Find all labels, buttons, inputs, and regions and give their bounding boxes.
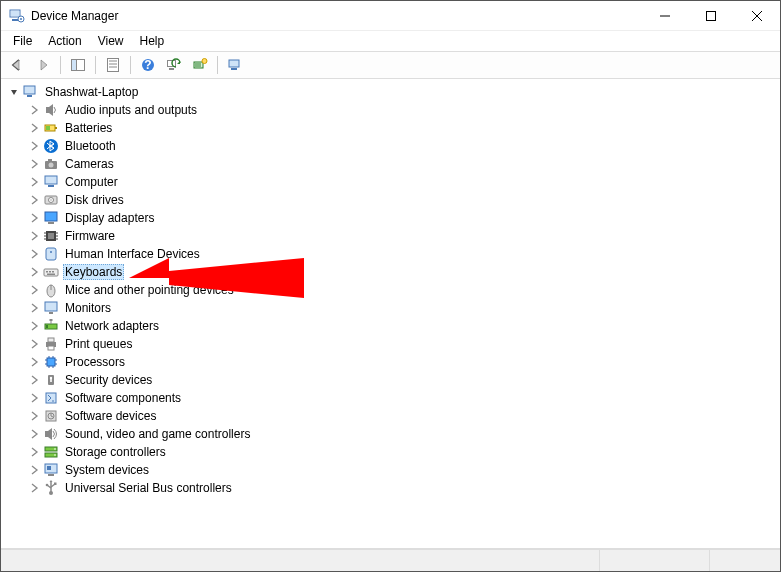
- chevron-right-icon[interactable]: [27, 409, 41, 423]
- tree-category-label[interactable]: Universal Serial Bus controllers: [63, 481, 234, 495]
- cpu-icon: [43, 354, 59, 370]
- tree-category-label[interactable]: Disk drives: [63, 193, 126, 207]
- minimize-button[interactable]: [642, 1, 688, 30]
- tree-category-label[interactable]: Cameras: [63, 157, 116, 171]
- tree-category-label[interactable]: Security devices: [63, 373, 154, 387]
- chevron-right-icon[interactable]: [27, 463, 41, 477]
- tree-category-label[interactable]: System devices: [63, 463, 151, 477]
- close-button[interactable]: [734, 1, 780, 30]
- chevron-right-icon[interactable]: [27, 301, 41, 315]
- tree-category-node[interactable]: Disk drives: [23, 191, 778, 209]
- chevron-right-icon[interactable]: [27, 481, 41, 495]
- tree-category-label[interactable]: Monitors: [63, 301, 113, 315]
- tree-category-node[interactable]: Display adapters: [23, 209, 778, 227]
- maximize-button[interactable]: [688, 1, 734, 30]
- chevron-right-icon[interactable]: [27, 265, 41, 279]
- tree-category-label[interactable]: Batteries: [63, 121, 114, 135]
- tree-category-label[interactable]: Audio inputs and outputs: [63, 103, 199, 117]
- device-tree[interactable]: Shashwat-Laptop Audio inputs and outputs…: [1, 79, 780, 549]
- tree-category-node[interactable]: Storage controllers: [23, 443, 778, 461]
- tree-category-node[interactable]: Security devices: [23, 371, 778, 389]
- tree-category-label[interactable]: Network adapters: [63, 319, 161, 333]
- computer-root-icon: [23, 84, 39, 100]
- chevron-right-icon[interactable]: [27, 175, 41, 189]
- tree-category-node[interactable]: Bluetooth: [23, 137, 778, 155]
- tree-category-node[interactable]: Print queues: [23, 335, 778, 353]
- tree-category-node[interactable]: Network adapters: [23, 317, 778, 335]
- tree-category-label[interactable]: Mice and other pointing devices: [63, 283, 236, 297]
- add-legacy-hardware-button[interactable]: [188, 53, 212, 77]
- svg-rect-26: [27, 95, 32, 97]
- tree-category-label[interactable]: Sound, video and game controllers: [63, 427, 252, 441]
- tree-category-label[interactable]: Storage controllers: [63, 445, 168, 459]
- help-button[interactable]: ?: [136, 53, 160, 77]
- svg-rect-68: [47, 358, 55, 366]
- menu-view[interactable]: View: [90, 32, 132, 50]
- tree-category-label[interactable]: Computer: [63, 175, 120, 189]
- tree-category-node[interactable]: Mice and other pointing devices: [23, 281, 778, 299]
- back-button[interactable]: [5, 53, 29, 77]
- tree-category-node[interactable]: Monitors: [23, 299, 778, 317]
- menu-file[interactable]: File: [5, 32, 40, 50]
- chevron-right-icon[interactable]: [27, 319, 41, 333]
- tree-category-label[interactable]: Software components: [63, 391, 183, 405]
- tree-category-label[interactable]: Print queues: [63, 337, 134, 351]
- tree-category-node[interactable]: Sound, video and game controllers: [23, 425, 778, 443]
- menu-action[interactable]: Action: [40, 32, 89, 50]
- chevron-right-icon[interactable]: [27, 211, 41, 225]
- svg-point-33: [49, 163, 54, 168]
- chevron-right-icon[interactable]: [27, 355, 41, 369]
- tree-root-node[interactable]: Shashwat-Laptop: [3, 83, 778, 101]
- chevron-right-icon[interactable]: [27, 337, 41, 351]
- tree-category-node[interactable]: System devices: [23, 461, 778, 479]
- tree-category-label[interactable]: Display adapters: [63, 211, 156, 225]
- chevron-right-icon[interactable]: [27, 193, 41, 207]
- display-icon: [43, 210, 59, 226]
- svg-rect-10: [72, 60, 77, 71]
- svg-rect-66: [48, 338, 54, 342]
- properties-button[interactable]: [101, 53, 125, 77]
- chevron-right-icon[interactable]: [27, 121, 41, 135]
- tree-category-node[interactable]: Processors: [23, 353, 778, 371]
- tree-category-node[interactable]: Firmware: [23, 227, 778, 245]
- tree-category-node[interactable]: Cameras: [23, 155, 778, 173]
- tree-category-label[interactable]: Keyboards: [63, 264, 124, 280]
- disk-icon: [43, 192, 59, 208]
- toolbar: ?: [1, 51, 780, 79]
- tree-category-label[interactable]: Bluetooth: [63, 139, 118, 153]
- tree-category-node[interactable]: Universal Serial Bus controllers: [23, 479, 778, 497]
- tree-category-label[interactable]: Human Interface Devices: [63, 247, 202, 261]
- chevron-right-icon[interactable]: [27, 229, 41, 243]
- tree-category-node[interactable]: Software components: [23, 389, 778, 407]
- show-hide-console-tree-button[interactable]: [66, 53, 90, 77]
- toolbar-separator: [60, 56, 61, 74]
- mouse-icon: [43, 282, 59, 298]
- tree-category-node[interactable]: Software devices: [23, 407, 778, 425]
- chevron-right-icon[interactable]: [27, 103, 41, 117]
- devices-by-type-button[interactable]: [223, 53, 247, 77]
- svg-rect-40: [45, 212, 57, 221]
- tree-root-label[interactable]: Shashwat-Laptop: [43, 85, 140, 99]
- chevron-right-icon[interactable]: [27, 391, 41, 405]
- chevron-down-icon[interactable]: [7, 85, 21, 99]
- chevron-right-icon[interactable]: [27, 427, 41, 441]
- tree-category-node[interactable]: Batteries: [23, 119, 778, 137]
- tree-category-node[interactable]: Keyboards: [23, 263, 778, 281]
- forward-button[interactable]: [31, 53, 55, 77]
- tree-category-node[interactable]: Computer: [23, 173, 778, 191]
- scan-hardware-button[interactable]: [162, 53, 186, 77]
- chevron-right-icon[interactable]: [27, 157, 41, 171]
- sound-icon: [43, 426, 59, 442]
- tree-category-node[interactable]: Audio inputs and outputs: [23, 101, 778, 119]
- chevron-right-icon[interactable]: [27, 373, 41, 387]
- chevron-right-icon[interactable]: [27, 139, 41, 153]
- tree-category-label[interactable]: Firmware: [63, 229, 117, 243]
- tree-category-node[interactable]: Human Interface Devices: [23, 245, 778, 263]
- tree-category-label[interactable]: Software devices: [63, 409, 158, 423]
- chevron-right-icon[interactable]: [27, 283, 41, 297]
- chevron-right-icon[interactable]: [27, 445, 41, 459]
- status-cell: [710, 550, 780, 571]
- chevron-right-icon[interactable]: [27, 247, 41, 261]
- tree-category-label[interactable]: Processors: [63, 355, 127, 369]
- menu-help[interactable]: Help: [132, 32, 173, 50]
